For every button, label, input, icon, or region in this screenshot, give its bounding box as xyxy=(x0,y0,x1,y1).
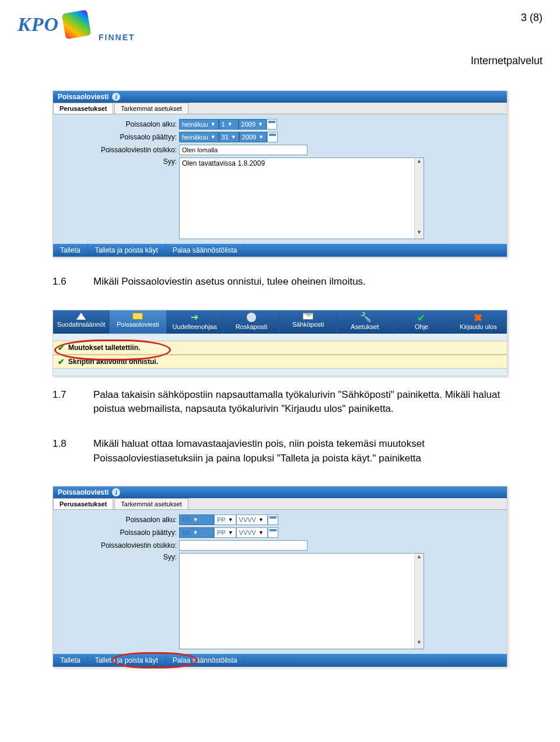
webmail-toolbar: Suodatinsäännöt Poissaoloviesti ➔ Uudell… xyxy=(53,310,507,334)
scroll-down-icon[interactable]: ▼ xyxy=(415,229,424,239)
panel-tabs: Perusasetukset Tarkemmat asetukset xyxy=(53,103,507,114)
end-day-select[interactable]: 31▼ xyxy=(219,132,239,142)
start-year-select[interactable]: VVVV▼ xyxy=(236,514,268,525)
calendar-icon[interactable] xyxy=(267,132,278,142)
filter-icon xyxy=(76,313,86,320)
start-day-select[interactable]: 1▼ xyxy=(219,119,239,130)
chevron-down-icon: ▼ xyxy=(258,530,264,536)
section-number: 1.6 xyxy=(52,275,93,289)
tab-perusasetukset[interactable]: Perusasetukset xyxy=(53,498,113,509)
label-subject: Poissaoloviestin otsikko: xyxy=(57,541,179,550)
scrollbar[interactable]: ▲ ▼ xyxy=(414,554,424,649)
panel-bottombar: Talleta Talleta ja poista käyt Palaa sää… xyxy=(53,244,507,257)
info-icon[interactable]: i xyxy=(112,488,120,496)
label-start: Poissaolon alku: xyxy=(57,120,179,128)
save-and-remove-button[interactable]: Talleta ja poista käyt xyxy=(88,654,166,667)
save-and-remove-button[interactable]: Talleta ja poista käyt xyxy=(88,244,166,257)
end-year-select[interactable]: 2009▼ xyxy=(239,132,267,142)
poissaoloviesti-panel: Poissaoloviesti i Perusasetukset Tarkemm… xyxy=(52,90,508,257)
chevron-down-icon: ▼ xyxy=(228,121,233,127)
globe-icon xyxy=(247,313,256,322)
chevron-down-icon: ▼ xyxy=(211,121,216,127)
success-message: ✔ Muutokset talletettiin. xyxy=(53,341,507,355)
mail-icon xyxy=(303,313,313,320)
section-text: Palaa takaisin sähköpostiin napsauttamal… xyxy=(93,388,508,416)
toolbar-spam[interactable]: Roskaposti xyxy=(223,310,280,334)
arrow-icon: ➔ xyxy=(190,313,200,322)
webmail-toolbar-message-panel: Suodatinsäännöt Poissaoloviesti ➔ Uudell… xyxy=(52,310,508,376)
label-start: Poissaolon alku: xyxy=(57,516,179,524)
label-end: Poissaolo päättyy: xyxy=(57,133,179,141)
check-icon: ✔ xyxy=(58,343,65,352)
page-number: 3 (8) xyxy=(521,12,542,24)
save-button[interactable]: Talleta xyxy=(53,654,88,667)
check-icon: ✔ xyxy=(58,357,65,366)
logo-kpo: KPO xyxy=(18,13,59,36)
section-text: Mikäli haluat ottaa lomavastaajaviestin … xyxy=(93,437,508,466)
chevron-down-icon: ▼ xyxy=(193,517,198,523)
label-reason: Syy: xyxy=(57,158,179,166)
tab-tarkemmat[interactable]: Tarkemmat asetukset xyxy=(114,498,188,509)
section-text: Mikäli Poissaoloviestin asetus onnistui,… xyxy=(93,275,508,289)
section-number: 1.7 xyxy=(52,388,93,416)
scrollbar[interactable]: ▲ ▼ xyxy=(414,158,424,239)
poissaoloviesti-panel-blank: Poissaoloviesti i Perusasetukset Tarkemm… xyxy=(52,486,508,667)
label-end: Poissaolo päättyy: xyxy=(57,528,179,537)
start-month-select[interactable]: heinäkuu▼ xyxy=(179,119,219,130)
chevron-down-icon: ▼ xyxy=(258,134,264,140)
back-to-rules-button[interactable]: Palaa säännöstölista xyxy=(166,654,245,667)
end-month-select[interactable]: KK▼ xyxy=(179,527,214,538)
label-reason: Syy: xyxy=(57,553,179,561)
tab-perusasetukset[interactable]: Perusasetukset xyxy=(53,103,113,114)
wrench-icon: 🔧 xyxy=(360,313,369,322)
section-number: 1.8 xyxy=(52,437,93,466)
save-button[interactable]: Talleta xyxy=(53,244,88,257)
scroll-up-icon[interactable]: ▲ xyxy=(415,158,424,167)
panel-title: Poissaoloviesti xyxy=(58,93,108,101)
calendar-icon[interactable] xyxy=(268,527,278,538)
subject-input[interactable] xyxy=(179,145,307,155)
end-year-select[interactable]: VVVV▼ xyxy=(236,527,268,538)
chevron-down-icon: ▼ xyxy=(193,530,198,536)
toolbar-redirect[interactable]: ➔ Uudelleenohjaa xyxy=(167,310,223,334)
toolbar-help[interactable]: ✔ Ohje xyxy=(394,310,450,334)
chevron-down-icon: ▼ xyxy=(231,134,236,140)
check-icon: ✔ xyxy=(417,313,426,322)
toolbar-settings[interactable]: 🔧 Asetukset xyxy=(337,310,393,334)
calendar-icon[interactable] xyxy=(268,514,278,525)
toolbar-filter-rules[interactable]: Suodatinsäännöt xyxy=(53,310,110,334)
info-icon[interactable]: i xyxy=(112,93,120,101)
end-month-select[interactable]: heinäkuu▼ xyxy=(179,132,219,142)
label-subject: Poissaoloviestin otsikko: xyxy=(57,146,179,154)
reason-textarea[interactable]: Olen tavattavissa 1.8.2009 ▲ ▼ xyxy=(179,158,424,239)
scroll-down-icon[interactable]: ▼ xyxy=(415,639,424,649)
vacation-card-icon xyxy=(132,313,143,320)
start-month-select[interactable]: KK▼ xyxy=(179,514,214,525)
panel-titlebar: Poissaoloviesti i xyxy=(53,487,507,498)
back-to-rules-button[interactable]: Palaa säännöstölista xyxy=(166,244,245,257)
start-day-select[interactable]: PP▼ xyxy=(214,514,236,525)
subject-input[interactable] xyxy=(179,540,307,551)
success-message: ✔ Skriptin aktivointi onnistui. xyxy=(53,355,507,369)
toolbar-vacation-message[interactable]: Poissaoloviesti xyxy=(110,310,166,334)
chevron-down-icon: ▼ xyxy=(228,517,233,523)
panel-bottombar: Talleta Talleta ja poista käyt Palaa sää… xyxy=(53,654,507,667)
logo-rainbow-icon xyxy=(62,10,92,40)
chevron-down-icon: ▼ xyxy=(258,517,264,523)
reason-textarea[interactable]: ▲ ▼ xyxy=(179,553,424,649)
chevron-down-icon: ▼ xyxy=(258,121,263,127)
panel-tabs: Perusasetukset Tarkemmat asetukset xyxy=(53,498,507,510)
toolbar-logout[interactable]: ✖ Kirjaudu ulos xyxy=(450,310,507,334)
chevron-down-icon: ▼ xyxy=(211,134,216,140)
toolbar-email[interactable]: Sähköposti xyxy=(280,310,337,334)
service-label: Internetpalvelut xyxy=(18,55,542,67)
scroll-up-icon[interactable]: ▲ xyxy=(415,554,424,563)
close-icon: ✖ xyxy=(474,313,483,322)
tab-tarkemmat[interactable]: Tarkemmat asetukset xyxy=(114,103,188,114)
calendar-icon[interactable] xyxy=(267,119,277,130)
start-year-select[interactable]: 2009▼ xyxy=(239,119,267,130)
end-day-select[interactable]: PP▼ xyxy=(214,527,236,538)
logo-block: KPO FINNET xyxy=(18,12,135,37)
panel-titlebar: Poissaoloviesti i xyxy=(53,91,507,103)
panel-title: Poissaoloviesti xyxy=(58,488,108,496)
